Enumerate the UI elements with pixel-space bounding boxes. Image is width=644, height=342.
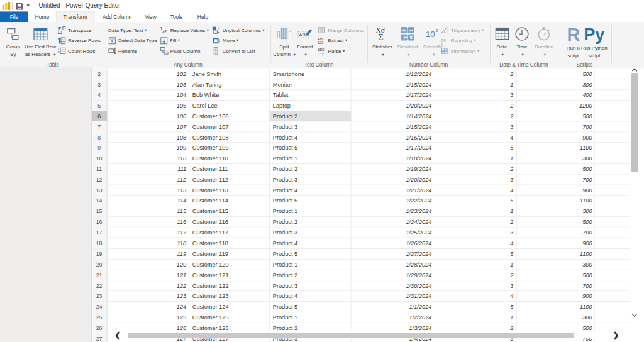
svg-text:3: 3	[58, 51, 60, 54]
svg-text:.00: .00	[440, 38, 446, 43]
svg-text:2: 2	[164, 30, 167, 34]
svg-text:Σ: Σ	[379, 33, 384, 42]
svg-text:2: 2	[435, 28, 438, 33]
svg-text:1: 1	[160, 26, 162, 31]
svg-text:10: 10	[426, 30, 435, 39]
svg-text:abc: abc	[318, 47, 324, 52]
svg-text:123: 123	[318, 41, 323, 45]
svg-text:?: ?	[110, 40, 113, 44]
